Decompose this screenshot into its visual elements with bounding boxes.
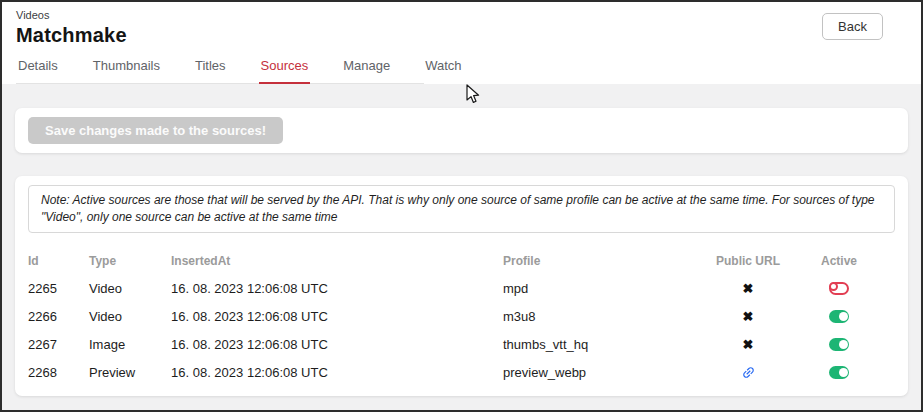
tab-bar: DetailsThumbnailsTitlesSourcesManageWatc…	[16, 56, 424, 84]
save-sources-button[interactable]: Save changes made to the sources!	[28, 117, 283, 144]
tab-manage[interactable]: Manage	[341, 56, 392, 84]
tab-thumbnails[interactable]: Thumbnails	[91, 56, 162, 84]
mouse-cursor	[466, 84, 480, 105]
link-icon[interactable]	[737, 361, 758, 382]
column-header-public-url: Public URL	[693, 254, 803, 268]
cell-type: Video	[89, 309, 171, 324]
active-toggle-on[interactable]	[829, 338, 849, 351]
cell-profile: preview_webp	[503, 365, 693, 380]
active-toggle-on[interactable]	[829, 366, 849, 379]
tab-sources[interactable]: Sources	[259, 56, 311, 84]
cell-id: 2265	[28, 281, 89, 296]
save-card: Save changes made to the sources!	[15, 108, 908, 153]
column-header-active: Active	[803, 254, 875, 268]
cell-profile: m3u8	[503, 309, 693, 324]
table-row: 2268Preview16. 08. 2023 12:06:08 UTCprev…	[28, 358, 895, 386]
column-header-insertedat: InsertedAt	[171, 254, 503, 268]
cell-type: Video	[89, 281, 171, 296]
column-header-profile: Profile	[503, 254, 693, 268]
cell-public-url[interactable]	[693, 365, 803, 380]
table-header-row: IdTypeInsertedAtProfilePublic URLActive	[28, 248, 895, 274]
cell-active	[803, 310, 875, 323]
tab-details[interactable]: Details	[16, 56, 60, 84]
cell-inserted-at: 16. 08. 2023 12:06:08 UTC	[171, 281, 503, 296]
cell-public-url: ✖	[693, 310, 803, 323]
back-button[interactable]: Back	[822, 13, 883, 40]
cell-active	[803, 282, 875, 295]
breadcrumb: Videos	[16, 8, 907, 22]
column-header-id: Id	[28, 254, 89, 268]
cell-profile: thumbs_vtt_hq	[503, 337, 693, 352]
x-icon: ✖	[743, 338, 754, 351]
main-content: Save changes made to the sources! Note: …	[2, 108, 921, 396]
cell-type: Preview	[89, 365, 171, 380]
x-icon: ✖	[743, 282, 754, 295]
cell-id: 2268	[28, 365, 89, 380]
tab-titles[interactable]: Titles	[193, 56, 228, 84]
x-icon: ✖	[743, 310, 754, 323]
toggle-knob	[839, 340, 848, 349]
page-title: Matchmake	[16, 22, 907, 48]
active-sources-note: Note: Active sources are those that will…	[28, 185, 895, 233]
table-row: 2267Image16. 08. 2023 12:06:08 UTCthumbs…	[28, 330, 895, 358]
active-toggle-off[interactable]	[829, 282, 849, 295]
column-header-type: Type	[89, 254, 171, 268]
table-row: 2265Video16. 08. 2023 12:06:08 UTCmpd✖	[28, 274, 895, 302]
table-body: 2265Video16. 08. 2023 12:06:08 UTCmpd✖22…	[28, 274, 895, 386]
toggle-knob	[839, 312, 848, 321]
page-header: Videos Matchmake Back DetailsThumbnailsT…	[2, 2, 921, 84]
cell-id: 2266	[28, 309, 89, 324]
toggle-knob	[839, 368, 848, 377]
cell-type: Image	[89, 337, 171, 352]
cell-inserted-at: 16. 08. 2023 12:06:08 UTC	[171, 309, 503, 324]
sources-card: Note: Active sources are those that will…	[15, 176, 908, 396]
cell-active	[803, 338, 875, 351]
cell-id: 2267	[28, 337, 89, 352]
cell-public-url: ✖	[693, 338, 803, 351]
active-toggle-on[interactable]	[829, 310, 849, 323]
sources-table: IdTypeInsertedAtProfilePublic URLActive …	[28, 248, 895, 386]
cell-active	[803, 366, 875, 379]
cell-inserted-at: 16. 08. 2023 12:06:08 UTC	[171, 365, 503, 380]
cell-profile: mpd	[503, 281, 693, 296]
cell-public-url: ✖	[693, 282, 803, 295]
table-row: 2266Video16. 08. 2023 12:06:08 UTCm3u8✖	[28, 302, 895, 330]
tab-watch[interactable]: Watch	[423, 56, 463, 84]
cell-inserted-at: 16. 08. 2023 12:06:08 UTC	[171, 337, 503, 352]
toggle-knob	[829, 282, 838, 291]
